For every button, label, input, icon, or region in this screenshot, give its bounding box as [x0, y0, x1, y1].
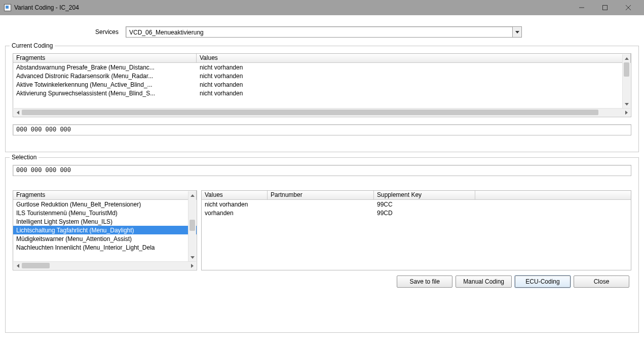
value-row[interactable]: nicht vorhanden 99CC [202, 200, 631, 209]
coding-row[interactable]: Advanced Distronic Radarsensorik (Menu_R… [13, 72, 631, 80]
current-coding-legend: Current Coding [10, 42, 55, 49]
scroll-up-icon[interactable] [623, 54, 630, 62]
fragment-label: Gurtlose Reduktion (Menu_Belt_Pretension… [13, 201, 197, 208]
maximize-button[interactable] [593, 0, 617, 15]
coding-fragment: Advanced Distronic Radarsensorik (Menu_R… [13, 73, 197, 80]
coding-value: nicht vorhanden [197, 64, 631, 71]
services-label: Services [5, 28, 126, 36]
col-header-partnumber[interactable]: Partnumber [268, 191, 374, 199]
scroll-left-icon[interactable] [14, 109, 22, 116]
fragment-label: Intelligent Light System (Menu_ILS) [13, 218, 197, 225]
title-bar: Variant Coding - IC_204 [0, 0, 644, 15]
scroll-thumb[interactable] [22, 110, 598, 115]
coding-value: nicht vorhanden [197, 81, 631, 88]
minimize-button[interactable] [570, 0, 593, 15]
supplement-cell: 99CC [374, 201, 475, 208]
col-header-fragments[interactable]: Fragments [13, 54, 197, 62]
supplement-cell: 99CD [374, 210, 475, 217]
fragment-label: Lichtschaltung Tagfahrlicht (Menu_Daylig… [13, 227, 197, 234]
chevron-down-icon[interactable] [512, 27, 521, 37]
svg-marker-6 [625, 103, 629, 106]
fragment-row[interactable]: Müdigkeitswarner (Menu_Attention_Assist) [13, 234, 197, 243]
fragment-label: Nachleuchten Innenlicht (Menu_Interior_L… [13, 244, 197, 251]
coding-fragment: Aktive Totwinkelerkennung (Menu_Active_B… [13, 81, 197, 88]
coding-value: nicht vorhanden [197, 73, 631, 80]
coding-row[interactable]: Aktivierung Spurwechselassistent (Menu_B… [13, 89, 631, 97]
fragment-label: ILS Touristenmenü (Menu_TouristMd) [13, 210, 197, 217]
value-cell: vorhanden [202, 210, 268, 217]
scroll-right-icon[interactable] [622, 109, 630, 116]
svg-marker-11 [17, 264, 19, 268]
services-selected: VCD_06_Menueaktivierung [126, 27, 512, 37]
svg-marker-9 [191, 194, 195, 197]
col-header-values-2[interactable]: Values [202, 191, 268, 199]
selection-legend: Selection [10, 154, 39, 161]
col-header-empty [475, 191, 631, 199]
svg-marker-10 [191, 256, 195, 259]
fragment-row[interactable]: Nachleuchten Innenlicht (Menu_Interior_L… [13, 243, 197, 252]
app-icon [4, 4, 11, 11]
close-button[interactable]: Close [574, 275, 629, 288]
value-cell: nicht vorhanden [202, 201, 268, 208]
svg-marker-5 [625, 57, 629, 60]
coding-value: nicht vorhanden [197, 90, 631, 97]
close-window-button[interactable] [617, 0, 640, 15]
vertical-scrollbar[interactable] [188, 191, 196, 261]
col-header-supplement[interactable]: Supplement Key [374, 191, 475, 199]
coding-fragment: Aktivierung Spurwechselassistent (Menu_B… [13, 90, 197, 97]
selection-hex[interactable]: 000 000 000 000 [13, 165, 631, 176]
svg-marker-12 [191, 264, 194, 268]
selection-group: Selection 000 000 000 000 Fragments Gurt… [5, 157, 639, 333]
col-header-values[interactable]: Values [197, 54, 631, 62]
manual-coding-button[interactable]: Manual Coding [456, 275, 512, 288]
svg-marker-4 [515, 31, 519, 33]
coding-fragment: Abstandswarnung Presafe_Brake (Menu_Dist… [13, 64, 197, 71]
scroll-thumb[interactable] [190, 220, 195, 231]
scroll-down-icon[interactable] [623, 100, 630, 108]
services-combobox[interactable]: VCD_06_Menueaktivierung [126, 26, 522, 38]
ecu-coding-button[interactable]: ECU-Coding [515, 275, 571, 288]
horizontal-scrollbar[interactable] [14, 108, 630, 116]
scroll-right-icon[interactable] [188, 262, 196, 269]
svg-rect-1 [603, 6, 608, 10]
horizontal-scrollbar[interactable] [14, 261, 196, 269]
fragment-row[interactable]: Gurtlose Reduktion (Menu_Belt_Pretension… [13, 200, 197, 209]
coding-row[interactable]: Aktive Totwinkelerkennung (Menu_Active_B… [13, 80, 631, 89]
fragment-row[interactable]: Intelligent Light System (Menu_ILS) [13, 217, 197, 226]
fragment-label: Müdigkeitswarner (Menu_Attention_Assist) [13, 235, 197, 243]
scroll-thumb[interactable] [22, 263, 50, 268]
selection-fragments-list[interactable]: Fragments Gurtlose Reduktion (Menu_Belt_… [13, 190, 197, 270]
value-row[interactable]: vorhanden 99CD [202, 209, 631, 217]
selection-values-table[interactable]: Values Partnumber Supplement Key nicht v… [201, 190, 631, 270]
scroll-down-icon[interactable] [188, 253, 196, 261]
vertical-scrollbar[interactable] [622, 54, 630, 108]
current-coding-hex[interactable]: 000 000 000 000 [13, 124, 631, 135]
coding-row[interactable]: Abstandswarnung Presafe_Brake (Menu_Dist… [13, 63, 631, 72]
svg-marker-8 [625, 111, 628, 115]
svg-marker-7 [17, 111, 19, 115]
col-header-fragments-2[interactable]: Fragments [13, 191, 197, 199]
scroll-up-icon[interactable] [188, 191, 196, 199]
scroll-thumb[interactable] [624, 62, 629, 77]
window-title: Variant Coding - IC_204 [14, 4, 79, 11]
scroll-left-icon[interactable] [14, 262, 22, 269]
current-coding-group: Current Coding Fragments Values Abstands… [5, 46, 639, 152]
current-coding-list[interactable]: Fragments Values Abstandswarnung Presafe… [13, 53, 631, 117]
fragment-row[interactable]: Lichtschaltung Tagfahrlicht (Menu_Daylig… [13, 226, 197, 234]
fragment-row[interactable]: ILS Touristenmenü (Menu_TouristMd) [13, 209, 197, 217]
save-to-file-button[interactable]: Save to file [397, 275, 452, 288]
